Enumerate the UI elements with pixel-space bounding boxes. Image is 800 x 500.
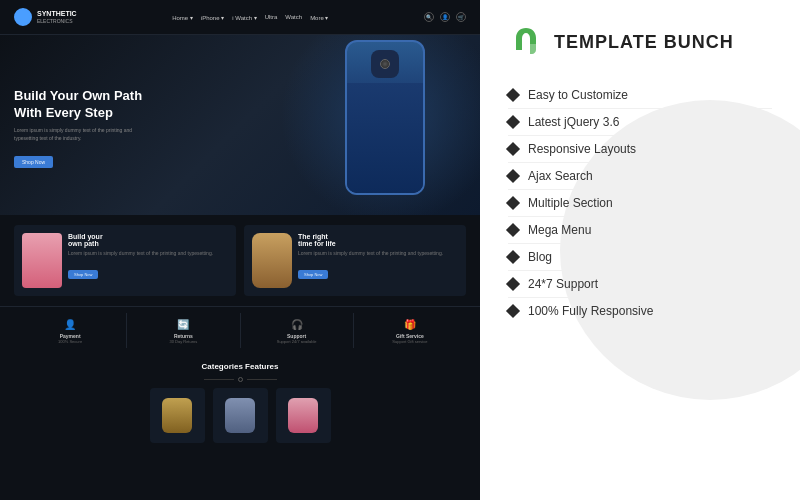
camera-lens (380, 59, 390, 69)
divider-line-right (247, 379, 277, 380)
diamond-icon-6 (506, 223, 520, 237)
list-item-responsive: Responsive Layouts (508, 136, 772, 163)
feature-label-2: Latest jQuery 3.6 (528, 115, 619, 129)
divider-line-left (204, 379, 234, 380)
watch-category-image (162, 398, 192, 433)
categories-items (14, 388, 466, 443)
support-icon: 🎧 (290, 317, 304, 331)
diamond-icon-4 (506, 169, 520, 183)
hero-section: Build Your Own PathWith Every Step Lorem… (0, 35, 480, 215)
nav-ultra[interactable]: Ultra (265, 14, 278, 21)
hero-cta-button[interactable]: Shop Now (14, 156, 53, 168)
shop-button-1[interactable]: Shop Now (68, 270, 98, 279)
website-preview: SYNTHETIC ELECTRONICS Home ▾ iPhone ▾ i … (0, 0, 480, 500)
features-row: 👤 Payment 100% Secure 🔄 Returns 30 Day R… (0, 306, 480, 354)
phone-screen (347, 83, 423, 193)
shop-button-2[interactable]: Shop Now (298, 270, 328, 279)
list-item-easy-customize: Easy to Customize (508, 82, 772, 109)
cart-icon[interactable]: 🛒 (456, 12, 466, 22)
category-phone[interactable] (276, 388, 331, 443)
divider-circle (238, 377, 243, 382)
phone-mockup (345, 40, 425, 195)
feature-returns: 🔄 Returns 30 Day Returns (127, 313, 240, 348)
logo: SYNTHETIC ELECTRONICS (14, 8, 77, 26)
smartwatch-category-image (225, 398, 255, 433)
brand-sub: ELECTRONICS (37, 18, 77, 24)
diamond-icon-2 (506, 115, 520, 129)
features-list: Easy to Customize Latest jQuery 3.6 Resp… (508, 82, 772, 324)
feature-label-1: Easy to Customize (528, 88, 628, 102)
feature-payment: 👤 Payment 100% Secure (14, 313, 127, 348)
user-icon[interactable]: 👤 (440, 12, 450, 22)
diamond-icon-8 (506, 277, 520, 291)
feature-label-3: Responsive Layouts (528, 142, 636, 156)
brand-name: SYNTHETIC (37, 10, 77, 18)
diamond-icon-1 (506, 88, 520, 102)
product-title-1: Build yourown path (68, 233, 228, 247)
nav-home[interactable]: Home ▾ (172, 14, 193, 21)
list-item-ajax: Ajax Search (508, 163, 772, 190)
diamond-icon-9 (506, 304, 520, 318)
feature-support: 🎧 Support Support 24/7 available (241, 313, 354, 348)
payment-icon: 👤 (63, 317, 77, 331)
nav-links: Home ▾ iPhone ▾ i Watch ▾ Ultra Watch Mo… (172, 14, 328, 21)
category-smartwatch[interactable] (213, 388, 268, 443)
brand-header: TEMPLATE BUNCH (508, 24, 772, 60)
returns-icon: 🔄 (176, 317, 190, 331)
product-info-2: The righttime for life Lorem ipsum is si… (298, 233, 458, 280)
category-watch[interactable] (150, 388, 205, 443)
feature-label-9: 100% Fully Responsive (528, 304, 653, 318)
product-image-watch (252, 233, 292, 288)
template-bunch-logo (508, 24, 544, 60)
feature-label-8: 24*7 Support (528, 277, 598, 291)
right-panel: TEMPLATE BUNCH Easy to Customize Latest … (480, 0, 800, 500)
categories-section: Categories Features (0, 354, 480, 451)
navbar: SYNTHETIC ELECTRONICS Home ▾ iPhone ▾ i … (0, 0, 480, 35)
list-item-support: 24*7 Support (508, 271, 772, 298)
phone-category-image (288, 398, 318, 433)
phone-camera (371, 50, 399, 78)
categories-divider (14, 377, 466, 382)
nav-more[interactable]: More ▾ (310, 14, 328, 21)
feature-payment-desc: 100% Secure (16, 339, 124, 344)
feature-label-5: Multiple Section (528, 196, 613, 210)
diamond-icon-3 (506, 142, 520, 156)
feature-gift-desc: Support Gift service (356, 339, 464, 344)
list-item-mega-menu: Mega Menu (508, 217, 772, 244)
right-content: TEMPLATE BUNCH Easy to Customize Latest … (508, 24, 772, 324)
search-icon[interactable]: 🔍 (424, 12, 434, 22)
product-cards-row: Build yourown path Lorem ipsum is simply… (0, 215, 480, 306)
feature-label-7: Blog (528, 250, 552, 264)
diamond-icon-7 (506, 250, 520, 264)
product-desc-1: Lorem ipsum is simply dummy text of the … (68, 250, 228, 257)
nav-iwatch[interactable]: i Watch ▾ (232, 14, 256, 21)
hero-phone-image (320, 40, 450, 200)
product-info-1: Build yourown path Lorem ipsum is simply… (68, 233, 228, 280)
logo-svg (508, 24, 544, 60)
logo-text-area: SYNTHETIC ELECTRONICS (37, 10, 77, 24)
nav-watch[interactable]: Watch (285, 14, 302, 21)
feature-support-desc: Support 24/7 available (243, 339, 351, 344)
gift-icon: 🎁 (403, 317, 417, 331)
hero-description: Lorem ipsum is simply dummy text of the … (14, 127, 144, 142)
feature-gift: 🎁 Gift Service Support Gift service (354, 313, 466, 348)
feature-returns-desc: 30 Day Returns (129, 339, 237, 344)
feature-label-4: Ajax Search (528, 169, 593, 183)
product-card-1: Build yourown path Lorem ipsum is simply… (14, 225, 236, 296)
list-item-fully-responsive: 100% Fully Responsive (508, 298, 772, 324)
nav-iphone[interactable]: iPhone ▾ (201, 14, 224, 21)
list-item-blog: Blog (508, 244, 772, 271)
nav-icons: 🔍 👤 🛒 (424, 12, 466, 22)
list-item-multiple-section: Multiple Section (508, 190, 772, 217)
product-card-2: The righttime for life Lorem ipsum is si… (244, 225, 466, 296)
feature-label-6: Mega Menu (528, 223, 591, 237)
categories-title: Categories Features (14, 362, 466, 371)
product-desc-2: Lorem ipsum is simply dummy text of the … (298, 250, 458, 257)
list-item-jquery: Latest jQuery 3.6 (508, 109, 772, 136)
logo-icon (14, 8, 32, 26)
brand-name-text: TEMPLATE BUNCH (554, 32, 734, 53)
product-title-2: The righttime for life (298, 233, 458, 247)
product-image-phone (22, 233, 62, 288)
diamond-icon-5 (506, 196, 520, 210)
